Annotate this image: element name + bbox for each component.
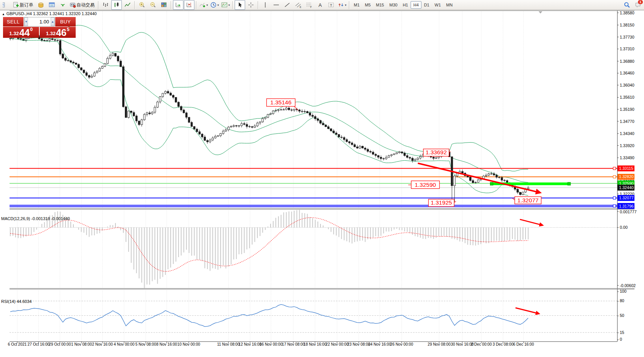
templates-icon bbox=[221, 2, 228, 8]
toolbar-bar-chart-button[interactable] bbox=[100, 0, 111, 10]
svg-text:2 Nov 16:00: 2 Nov 16:00 bbox=[92, 342, 113, 346]
chart-shift-marker bbox=[539, 11, 543, 14]
toolbar-indicators-button[interactable]: ▾ bbox=[198, 0, 209, 10]
toolbar-periods-button[interactable]: ▾ bbox=[209, 0, 220, 10]
line-handle[interactable] bbox=[613, 197, 616, 199]
toolbar-zoom-in-button[interactable] bbox=[137, 0, 147, 10]
svg-text:1.36460: 1.36460 bbox=[620, 71, 635, 75]
svg-text:1.38580: 1.38580 bbox=[620, 11, 635, 15]
toolbar-separator bbox=[98, 1, 99, 9]
volume-decrease-button[interactable]: ▼ bbox=[24, 17, 28, 26]
text-icon: A bbox=[317, 2, 324, 8]
zoom-in-icon bbox=[138, 2, 145, 8]
timeframe-m1-button[interactable]: M1 bbox=[351, 1, 362, 9]
timeframe-m15-button[interactable]: M15 bbox=[373, 1, 387, 9]
timeframe-h4-button[interactable]: H4 bbox=[411, 1, 421, 9]
timeframe-mn-button[interactable]: MN bbox=[443, 1, 455, 9]
svg-text:2 Dec 00:00: 2 Dec 00:00 bbox=[471, 342, 492, 346]
toolbar-crosshair-button[interactable] bbox=[246, 0, 256, 10]
toolbar-zoom-out-button[interactable] bbox=[148, 0, 158, 10]
svg-text:4 Nov 00:00: 4 Nov 00:00 bbox=[114, 342, 135, 346]
periods-icon bbox=[210, 2, 217, 8]
trend-arrow[interactable] bbox=[520, 219, 543, 225]
toolbar-trend-line-button[interactable] bbox=[282, 0, 292, 10]
toolbar-equidistant-channel-button[interactable]: E bbox=[293, 0, 303, 10]
zoom-out-icon bbox=[149, 2, 156, 8]
new-order-icon bbox=[12, 2, 19, 8]
line-handle[interactable] bbox=[613, 175, 616, 178]
toolbar-signals-button[interactable] bbox=[58, 0, 68, 10]
toolbar-separator bbox=[258, 1, 258, 9]
sell-button[interactable]: SELL bbox=[3, 17, 23, 26]
toolbar-fibonacci-button[interactable]: F bbox=[304, 0, 314, 10]
search-icon bbox=[624, 2, 630, 8]
line-handle[interactable] bbox=[613, 167, 616, 170]
bid-price[interactable]: 1.32440 bbox=[3, 27, 39, 38]
toolbar-arrows-button[interactable]: ▾ bbox=[337, 0, 347, 10]
volume-increase-button[interactable]: ▲ bbox=[51, 17, 54, 26]
toolbar-tile-windows-button[interactable] bbox=[159, 0, 169, 10]
timeframe-d1-button[interactable]: D1 bbox=[422, 1, 432, 9]
horizontal-line-icon bbox=[273, 2, 280, 8]
svg-text:26 Nov 00:00: 26 Nov 00:00 bbox=[390, 342, 413, 346]
toolbar-market-watch-button[interactable] bbox=[47, 0, 57, 10]
auto-trading-icon bbox=[69, 2, 76, 8]
line-handle[interactable] bbox=[613, 205, 616, 207]
toolbar-separator bbox=[134, 1, 135, 9]
toolbar-text-label-button[interactable]: T bbox=[326, 0, 336, 10]
toolbar-vertical-line-button[interactable] bbox=[260, 0, 271, 10]
timeframe-m5-button[interactable]: M5 bbox=[362, 1, 373, 9]
toolbar-candlestick-chart-button[interactable] bbox=[111, 0, 122, 10]
toolbar-horizontal-line-button[interactable] bbox=[271, 0, 282, 10]
toolbar-text-button[interactable]: A bbox=[315, 0, 325, 10]
toolbar-new-order-label: 新订单 bbox=[20, 2, 33, 8]
timeframe-h1-button[interactable]: H1 bbox=[400, 1, 411, 9]
tile-windows-icon bbox=[160, 2, 167, 8]
svg-text:17 Nov 08:00: 17 Nov 08:00 bbox=[282, 342, 305, 346]
candlestick-chart-icon bbox=[113, 2, 120, 8]
timeframe-buttons: M1M5M15M30H1H4D1W1MN bbox=[351, 1, 455, 9]
line-handle[interactable] bbox=[568, 182, 571, 185]
toolbar-separator bbox=[349, 1, 350, 9]
svg-text:5 Nov 08:00: 5 Nov 08:00 bbox=[135, 342, 156, 346]
svg-text:3 Dec 08:00: 3 Dec 08:00 bbox=[493, 342, 513, 346]
toolbar-cursor-button[interactable] bbox=[235, 0, 245, 10]
svg-text:1.38150: 1.38150 bbox=[620, 23, 635, 27]
toolbar-clipped-chart-button[interactable] bbox=[1, 0, 11, 10]
bid-big-digits: 44 bbox=[19, 28, 30, 37]
line-handle[interactable] bbox=[490, 182, 493, 185]
svg-text:10 Nov 00:00: 10 Nov 00:00 bbox=[177, 342, 201, 346]
toolbar-auto-trading-label: 自动交易 bbox=[76, 2, 95, 8]
fibonacci-icon: F bbox=[306, 2, 313, 8]
toolbar-search-button[interactable] bbox=[622, 0, 632, 10]
timeframe-w1-button[interactable]: W1 bbox=[432, 1, 444, 9]
toolbar-auto-trading-button[interactable]: 自动交易 bbox=[68, 0, 96, 10]
ask-price[interactable]: 1.32465 bbox=[40, 27, 76, 38]
svg-text:F: F bbox=[310, 6, 312, 8]
toolbar-templates-button[interactable]: ▾ bbox=[220, 0, 231, 10]
svg-text:1.33920: 1.33920 bbox=[620, 143, 635, 148]
svg-text:1.32820: 1.32820 bbox=[619, 174, 634, 179]
mt4-window: 新订单自动交易▾▾▾EFAT▾M1M5M15M30H1H4D1W1MN1 1.3… bbox=[0, 0, 644, 357]
svg-text:50: 50 bbox=[620, 313, 624, 318]
toolbar-chart-shift-button[interactable] bbox=[184, 0, 194, 10]
quote-panel-toggle-icon[interactable]: ▲ bbox=[2, 12, 5, 16]
buy-button[interactable]: BUY bbox=[55, 17, 76, 26]
chart-window[interactable]: 1.385801.381501.377301.373101.368801.364… bbox=[0, 11, 644, 357]
svg-text:80: 80 bbox=[620, 298, 624, 303]
price-chart[interactable]: 1.385801.381501.377301.373101.368801.364… bbox=[0, 11, 644, 357]
timeframe-m30-button[interactable]: M30 bbox=[387, 1, 400, 9]
volume-input[interactable] bbox=[28, 17, 50, 26]
volume-stepper: ▼ ▲ bbox=[24, 17, 55, 26]
toolbar-auto-scroll-button[interactable] bbox=[173, 0, 184, 10]
svg-text:1.35146: 1.35146 bbox=[270, 99, 291, 106]
vertical-line-icon bbox=[262, 2, 269, 8]
chart-title: ▲GBPUSD-,H4 1.32362 1.32441 1.32320 1.32… bbox=[2, 11, 96, 16]
toolbar-notifications-button[interactable]: 1 bbox=[633, 0, 643, 10]
toolbar-new-order-button[interactable]: 新订单 bbox=[12, 0, 35, 10]
chart-shift-icon bbox=[186, 2, 193, 8]
toolbar-line-chart-button[interactable] bbox=[122, 0, 133, 10]
bid-prefix: 1.32 bbox=[9, 30, 19, 37]
toolbar-chart-profiles-button[interactable] bbox=[36, 0, 46, 10]
trend-arrow[interactable] bbox=[515, 308, 539, 314]
